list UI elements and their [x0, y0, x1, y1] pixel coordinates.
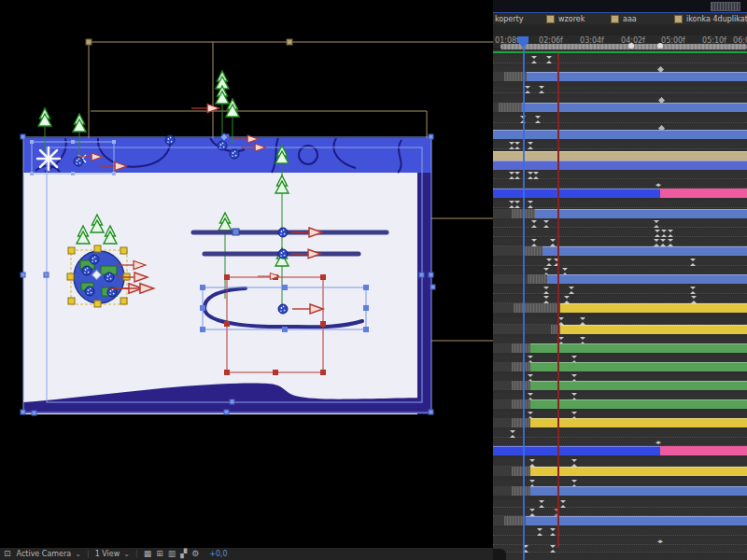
keyframe-nav-arrows-icon[interactable]: ◂▸ — [655, 439, 660, 446]
keyframe-icon[interactable] — [543, 287, 550, 294]
layer-in-handle[interactable] — [512, 418, 530, 427]
layer-bar[interactable] — [530, 343, 747, 353]
layer-in-handle[interactable] — [528, 274, 547, 284]
camera-view-icon[interactable]: ⊡ — [4, 548, 11, 560]
layer-in-handle[interactable] — [512, 381, 530, 390]
keyframe-nav-arrows-icon[interactable]: ◂▸ — [655, 181, 660, 189]
work-area-bar[interactable] — [500, 44, 747, 49]
keyframe-icon[interactable] — [655, 230, 661, 237]
keyframe-icon[interactable] — [539, 86, 545, 93]
layer-in-handle[interactable] — [523, 246, 543, 256]
layer-bar[interactable] — [530, 486, 747, 496]
keyframe-icon[interactable] — [510, 430, 516, 438]
keyframe-icon[interactable] — [537, 528, 543, 536]
keyframe-icon[interactable] — [558, 317, 565, 325]
keyframe-icon[interactable] — [543, 296, 550, 303]
path-vertex-handle[interactable] — [233, 229, 239, 235]
panel-grip[interactable] — [711, 2, 740, 11]
composition-canvas[interactable] — [0, 0, 493, 548]
keyframe-icon[interactable] — [691, 296, 698, 303]
layer-bar[interactable] — [527, 72, 747, 81]
layer-bar[interactable] — [493, 151, 747, 161]
comp-marker[interactable] — [628, 43, 634, 49]
keyframe-icon[interactable] — [528, 142, 534, 149]
camera-select[interactable]: Active Camera — [17, 548, 72, 560]
layer-bar[interactable] — [522, 103, 747, 112]
chevron-down-icon[interactable]: ⌄ — [75, 548, 81, 560]
gear-icon[interactable]: ⚙ — [191, 549, 199, 558]
keyframe-icon[interactable] — [690, 259, 697, 266]
keyframe-icon[interactable] — [571, 459, 578, 467]
layer-bar[interactable] — [560, 325, 747, 334]
layer-bar[interactable] — [560, 303, 747, 313]
keyframe-icon[interactable] — [550, 239, 557, 246]
keyframe-icon[interactable] — [514, 172, 521, 179]
comp-marker[interactable] — [657, 43, 663, 49]
layer-bar[interactable] — [493, 446, 660, 455]
keyframe-icon[interactable] — [580, 317, 586, 325]
layer-bar[interactable] — [530, 362, 747, 371]
keyframe-icon[interactable] — [660, 239, 667, 246]
keyframe-icon[interactable] — [668, 230, 674, 237]
region-of-interest-icon[interactable]: ⊞ — [156, 549, 163, 558]
layer-bar[interactable] — [530, 399, 747, 409]
timeline-tab[interactable]: wzorek — [546, 13, 585, 24]
safe-margins-icon[interactable]: ▦ — [144, 549, 152, 558]
keyframe-icon[interactable] — [531, 56, 538, 63]
keyframe-icon[interactable] — [654, 239, 660, 246]
keyframe-icon[interactable] — [539, 500, 545, 508]
channels-icon[interactable]: ▥ — [168, 549, 176, 558]
keyframe-icon[interactable] — [564, 296, 571, 303]
layer-in-handle[interactable] — [512, 399, 530, 409]
keyframe-icon[interactable] — [531, 239, 538, 246]
keyframe-icon[interactable] — [528, 201, 534, 208]
keyframe-icon[interactable] — [569, 287, 575, 294]
layer-bar[interactable] — [530, 418, 747, 427]
keyframe-icon[interactable] — [661, 230, 668, 237]
keyframe-icon[interactable] — [535, 116, 542, 123]
keyframe-icon[interactable] — [525, 86, 531, 93]
keyframe-nav-arrows-icon[interactable]: ◂▸ — [657, 538, 662, 545]
keyframe-icon[interactable] — [543, 220, 550, 228]
keyframe-icon[interactable] — [550, 528, 557, 536]
view-layout-select[interactable]: 1 View — [95, 548, 120, 560]
right-border-shape[interactable] — [417, 173, 431, 414]
layer-bar[interactable] — [493, 189, 660, 198]
keyframe-icon[interactable] — [514, 142, 521, 149]
layer-duration-row — [493, 343, 747, 353]
layer-bar[interactable] — [493, 130, 747, 139]
flowchart-icon[interactable]: ▞ — [180, 549, 187, 558]
layer-in-handle[interactable] — [512, 362, 530, 371]
timeline-tab[interactable]: koperty — [495, 13, 523, 24]
layer-in-handle[interactable] — [514, 303, 560, 313]
layer-bar-tail[interactable] — [660, 446, 747, 455]
layer-bar[interactable] — [493, 161, 747, 170]
chevron-down-icon[interactable]: ⌄ — [123, 548, 130, 560]
layer-bar[interactable] — [547, 274, 747, 284]
layer-bar[interactable] — [530, 381, 747, 390]
header-band-shape[interactable] — [23, 138, 431, 173]
keyframe-icon[interactable] — [560, 500, 567, 508]
keyframe-icon[interactable] — [546, 259, 553, 266]
keyframe-icon[interactable] — [690, 287, 697, 294]
keyframe-icon[interactable] — [529, 509, 536, 516]
keyframe-icon[interactable] — [654, 220, 660, 228]
keyframe-icon[interactable] — [546, 56, 553, 63]
keyframe-icon[interactable] — [529, 459, 536, 467]
layer-bar[interactable] — [535, 209, 747, 218]
layer-in-handle[interactable] — [499, 103, 522, 112]
keyframe-icon[interactable] — [514, 201, 521, 208]
keyframe-icon[interactable] — [533, 172, 540, 179]
layer-bar[interactable] — [543, 246, 747, 256]
keyframe-icon[interactable] — [668, 239, 674, 246]
keyframe-icon[interactable] — [550, 545, 557, 553]
layer-in-handle[interactable] — [512, 486, 530, 496]
keyframe-icon[interactable] — [531, 220, 538, 228]
timeline-tab[interactable]: aaa — [611, 13, 637, 24]
timeline-tab[interactable]: ikonka 4duplikatduplikat — [674, 13, 747, 24]
layer-in-handle[interactable] — [512, 343, 530, 353]
playhead-line[interactable] — [523, 41, 525, 560]
layer-in-handle[interactable] — [512, 467, 530, 476]
layer-bar[interactable] — [530, 467, 747, 476]
layer-bar-tail[interactable] — [660, 189, 747, 198]
